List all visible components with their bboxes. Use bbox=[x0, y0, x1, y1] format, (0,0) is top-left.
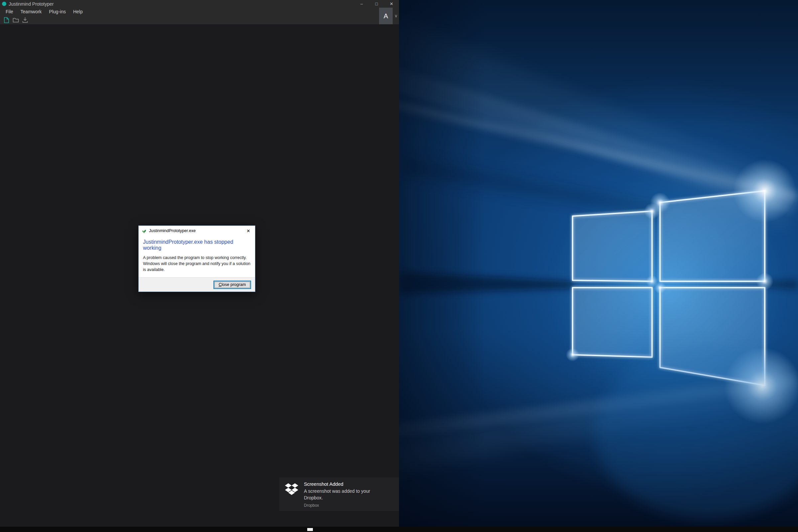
windows-hero-wallpaper bbox=[399, 0, 798, 532]
crash-dialog-close-icon[interactable]: ✕ bbox=[242, 226, 255, 236]
open-folder-icon[interactable] bbox=[11, 16, 20, 24]
close-button[interactable]: ✕ bbox=[384, 0, 399, 8]
app-titlebar[interactable]: Justinmind Prototyper – □ ✕ bbox=[0, 0, 399, 8]
crash-dialog: JustinmindPrototyper.exe ✕ JustinmindPro… bbox=[138, 225, 255, 292]
crash-dialog-title: JustinmindPrototyper.exe bbox=[149, 228, 195, 233]
taskbar-app-icon[interactable] bbox=[307, 528, 313, 531]
crash-dialog-titlebar[interactable]: JustinmindPrototyper.exe ✕ bbox=[139, 226, 255, 236]
menu-teamwork[interactable]: Teamwork bbox=[17, 8, 45, 16]
menu-bar: File Teamwork Plug-ins Help bbox=[0, 8, 399, 16]
close-program-label: lose program bbox=[222, 282, 246, 287]
menu-file[interactable]: File bbox=[2, 8, 17, 16]
desktop: Justinmind Prototyper – □ ✕ File Teamwor… bbox=[0, 0, 798, 532]
toast-title: Screenshot Added bbox=[304, 481, 391, 487]
maximize-button[interactable]: □ bbox=[369, 0, 384, 8]
panel-tab-a[interactable]: A bbox=[379, 8, 393, 24]
crash-dialog-footer: Close program bbox=[139, 277, 255, 291]
taskbar[interactable] bbox=[0, 527, 798, 532]
desktop-wallpaper bbox=[399, 0, 798, 532]
justinmind-logo-icon bbox=[2, 2, 6, 6]
prototyper-exe-icon bbox=[141, 228, 147, 233]
crash-dialog-message: A problem caused the program to stop wor… bbox=[143, 255, 251, 273]
minimize-button[interactable]: – bbox=[354, 0, 369, 8]
toast-source-app: Dropbox bbox=[304, 503, 391, 508]
crash-dialog-heading: JustinmindPrototyper.exe has stopped wor… bbox=[143, 239, 251, 251]
import-icon[interactable] bbox=[21, 16, 29, 24]
close-program-accesskey: C bbox=[219, 282, 222, 287]
app-title: Justinmind Prototyper bbox=[8, 1, 54, 7]
new-file-icon[interactable] bbox=[2, 16, 11, 24]
toast-message: A screenshot was added to your Dropbox. bbox=[304, 488, 375, 501]
crash-dialog-body: JustinmindPrototyper.exe has stopped wor… bbox=[139, 236, 255, 277]
close-program-button[interactable]: Close program bbox=[213, 281, 251, 289]
menu-help[interactable]: Help bbox=[70, 8, 87, 16]
dropbox-toast[interactable]: Screenshot Added A screenshot was added … bbox=[279, 477, 399, 511]
chevron-down-icon[interactable]: ∨ bbox=[393, 12, 399, 20]
dropbox-icon bbox=[279, 477, 304, 511]
toast-text: Screenshot Added A screenshot was added … bbox=[304, 477, 391, 511]
menu-plugins[interactable]: Plug-ins bbox=[45, 8, 70, 16]
toolbar bbox=[0, 16, 399, 24]
window-controls: – □ ✕ bbox=[354, 0, 399, 8]
